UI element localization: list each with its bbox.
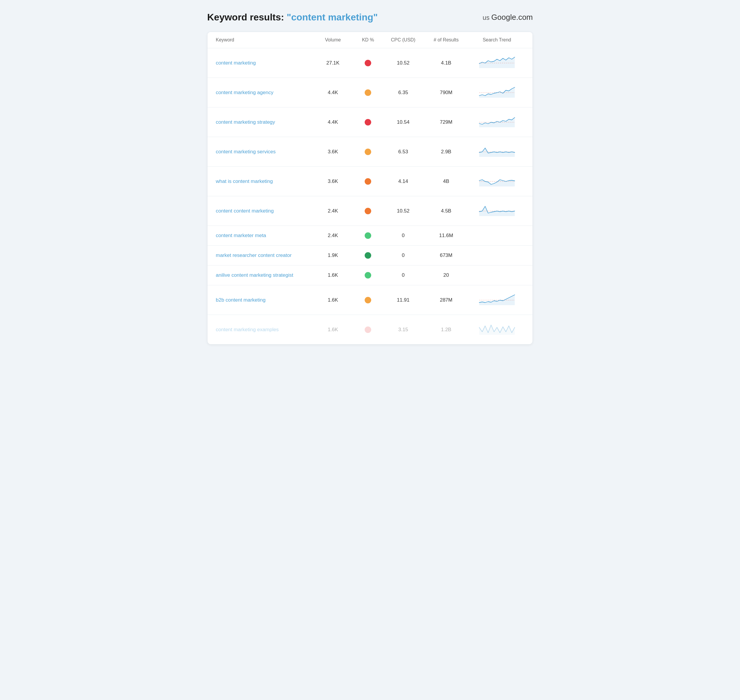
- col-keyword: Keyword: [216, 37, 313, 43]
- kd-cell: [353, 232, 384, 239]
- volume-cell: 27.1K: [313, 60, 353, 66]
- page-title: Keyword results: "content marketing": [207, 12, 378, 23]
- keyword-cell: content content marketing: [216, 208, 313, 214]
- results-cell: 4B: [423, 178, 469, 184]
- table-row: content content marketing2.4K10.524.5B: [207, 196, 533, 226]
- query-text: "content marketing": [287, 12, 378, 22]
- col-volume: Volume: [313, 37, 353, 43]
- keyword-link[interactable]: content content marketing: [216, 208, 274, 214]
- kd-dot: [365, 119, 371, 125]
- sparkline-chart: [478, 144, 516, 158]
- results-cell: 790M: [423, 90, 469, 96]
- trend-cell: [469, 173, 524, 190]
- results-cell: 2.9B: [423, 149, 469, 155]
- cpc-cell: 6.53: [384, 149, 423, 155]
- cpc-cell: 10.52: [384, 60, 423, 66]
- keyword-link[interactable]: market researcher content creator: [216, 253, 291, 258]
- results-cell: 287M: [423, 297, 469, 303]
- keyword-link[interactable]: content marketing agency: [216, 90, 274, 95]
- keyword-cell: content marketing services: [216, 149, 313, 155]
- kd-dot: [365, 90, 371, 96]
- kd-cell: [353, 297, 384, 303]
- cpc-cell: 11.91: [384, 297, 423, 303]
- results-cell: 20: [423, 272, 469, 278]
- keyword-link[interactable]: b2b content marketing: [216, 297, 266, 303]
- kd-cell: [353, 252, 384, 259]
- kd-cell: [353, 272, 384, 278]
- volume-cell: 1.6K: [313, 327, 353, 333]
- cpc-cell: 0: [384, 272, 423, 278]
- table-row: content marketing strategy4.4K10.54729M: [207, 107, 533, 137]
- keyword-cell: content marketing examples: [216, 327, 313, 333]
- cpc-cell: 4.14: [384, 178, 423, 184]
- kd-dot: [365, 297, 371, 303]
- keyword-cell: content marketing: [216, 60, 313, 66]
- results-cell: 673M: [423, 253, 469, 258]
- title-prefix: Keyword results:: [207, 12, 284, 22]
- trend-cell: [469, 292, 524, 308]
- cpc-cell: 0: [384, 232, 423, 238]
- keyword-cell: content marketing agency: [216, 90, 313, 96]
- table-header: Keyword Volume KD % CPC (USD) # of Resul…: [207, 32, 533, 48]
- results-table: Keyword Volume KD % CPC (USD) # of Resul…: [207, 32, 533, 344]
- trend-cell: [469, 203, 524, 219]
- page-wrapper: Keyword results: "content marketing" us …: [207, 12, 533, 344]
- keyword-cell: market researcher content creator: [216, 253, 313, 258]
- keyword-link[interactable]: what is content marketing: [216, 178, 273, 184]
- table-row: content marketing examples1.6K3.151.2B: [207, 315, 533, 344]
- volume-cell: 3.6K: [313, 178, 353, 184]
- keyword-link[interactable]: content marketer meta: [216, 232, 266, 238]
- trend-cell: [469, 144, 524, 160]
- keyword-cell: what is content marketing: [216, 178, 313, 184]
- kd-dot: [365, 272, 371, 278]
- table-row: content marketing services3.6K6.532.9B: [207, 137, 533, 167]
- results-cell: 4.1B: [423, 60, 469, 66]
- keyword-link[interactable]: content marketing examples: [216, 327, 279, 332]
- trend-cell: [469, 114, 524, 130]
- table-body: content marketing27.1K10.524.1Bcontent m…: [207, 48, 533, 344]
- table-row: content marketer meta2.4K011.6M: [207, 226, 533, 246]
- col-kd: KD %: [353, 37, 384, 43]
- trend-cell: [469, 321, 524, 338]
- table-row: content marketing agency4.4K6.35790M: [207, 78, 533, 107]
- col-trend: Search Trend: [469, 37, 524, 43]
- volume-cell: 1.6K: [313, 272, 353, 278]
- kd-cell: [353, 90, 384, 96]
- results-cell: 1.2B: [423, 327, 469, 333]
- cpc-cell: 3.15: [384, 327, 423, 333]
- keyword-link[interactable]: anilive content marketing strategist: [216, 272, 293, 278]
- kd-cell: [353, 208, 384, 214]
- kd-cell: [353, 60, 384, 66]
- table-row: what is content marketing3.6K4.144B: [207, 167, 533, 196]
- page-header: Keyword results: "content marketing" us …: [207, 12, 533, 23]
- sparkline-chart: [478, 321, 516, 336]
- kd-dot: [365, 149, 371, 155]
- cpc-cell: 10.52: [384, 208, 423, 214]
- results-cell: 4.5B: [423, 208, 469, 214]
- volume-cell: 3.6K: [313, 149, 353, 155]
- keyword-link[interactable]: content marketing services: [216, 149, 275, 154]
- col-results: # of Results: [423, 37, 469, 43]
- kd-cell: [353, 149, 384, 155]
- kd-dot: [365, 60, 371, 66]
- col-cpc: CPC (USD): [384, 37, 423, 43]
- kd-dot: [365, 208, 371, 214]
- trend-cell: [469, 55, 524, 71]
- cpc-cell: 0: [384, 253, 423, 258]
- kd-dot: [365, 178, 371, 185]
- volume-cell: 1.9K: [313, 253, 353, 258]
- kd-cell: [353, 119, 384, 125]
- trend-cell: [469, 84, 524, 101]
- cpc-cell: 6.35: [384, 90, 423, 96]
- header-source: us Google.com: [483, 13, 533, 22]
- keyword-cell: anilive content marketing strategist: [216, 272, 313, 278]
- keyword-link[interactable]: content marketing: [216, 60, 256, 66]
- sparkline-chart: [478, 84, 516, 99]
- kd-cell: [353, 178, 384, 185]
- keyword-link[interactable]: content marketing strategy: [216, 119, 275, 125]
- results-cell: 729M: [423, 119, 469, 125]
- kd-dot: [365, 252, 371, 259]
- kd-cell: [353, 326, 384, 333]
- cpc-cell: 10.54: [384, 119, 423, 125]
- sparkline-chart: [478, 292, 516, 307]
